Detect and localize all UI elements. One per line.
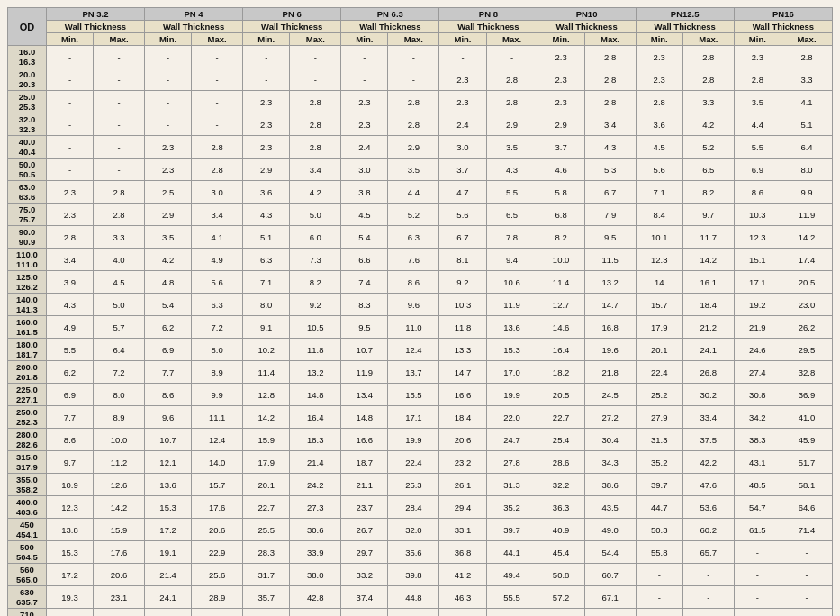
data-cell: 27.2 [584, 406, 636, 429]
data-cell: 3.7 [537, 136, 584, 159]
data-cell: 25.3 [388, 474, 439, 496]
data-cell: 2.8 [486, 91, 537, 113]
data-cell: 14.7 [439, 361, 486, 384]
data-cell: 30.2 [682, 384, 734, 406]
data-cell: 6.9 [734, 159, 781, 181]
data-cell: 38.3 [734, 429, 781, 451]
data-cell: 8.6 [46, 429, 93, 451]
data-cell: 16.8 [584, 316, 636, 339]
data-cell: 10.1 [636, 226, 682, 249]
data-cell: - [486, 46, 537, 68]
data-cell: 11.8 [290, 339, 341, 361]
data-cell: - [144, 113, 191, 136]
data-cell: 2.8 [46, 226, 93, 249]
data-cell: 21.8 [584, 361, 636, 384]
data-cell: 7.1 [243, 271, 290, 294]
data-cell: 6.3 [388, 226, 439, 249]
data-cell: 8.2 [682, 181, 734, 204]
data-cell: - [192, 46, 243, 68]
data-cell: 42.1 [341, 609, 388, 617]
data-cell: 54.7 [734, 496, 781, 519]
data-cell: 22.0 [486, 406, 537, 429]
pn16-header: PN16 [734, 8, 832, 21]
data-cell: 8.0 [243, 294, 290, 316]
data-cell: 9.9 [781, 181, 832, 204]
pn6-min-header: Min. [243, 33, 290, 46]
data-cell: - [46, 46, 93, 68]
data-cell: - [682, 564, 734, 586]
data-cell: 39.8 [388, 564, 439, 586]
data-cell: 34.2 [734, 406, 781, 429]
data-cell: 5.0 [290, 204, 341, 226]
data-cell: 34.3 [584, 451, 636, 474]
pn125-wt-header: Wall Thickness [636, 21, 734, 33]
data-cell: 51.7 [781, 451, 832, 474]
data-cell: - [734, 609, 781, 617]
pn6-max-header: Max. [290, 33, 341, 46]
data-cell: 30.6 [290, 519, 341, 541]
data-cell: 5.1 [781, 113, 832, 136]
data-cell: 10.0 [94, 429, 145, 451]
data-cell: 8.0 [192, 339, 243, 361]
data-cell: 2.3 [46, 181, 93, 204]
data-cell: 10.6 [486, 271, 537, 294]
data-cell: 25.4 [537, 429, 584, 451]
od-cell: 140.0141.3 [8, 294, 47, 316]
data-cell: 39.7 [486, 519, 537, 541]
od-cell: 250.0252.3 [8, 406, 47, 429]
data-cell: 43.1 [734, 451, 781, 474]
data-cell: 71.4 [781, 519, 832, 541]
data-cell: 16.1 [682, 271, 734, 294]
data-cell: 5.2 [682, 136, 734, 159]
data-cell: 13.8 [46, 519, 93, 541]
data-cell: 5.1 [243, 226, 290, 249]
pn6-wt-header: Wall Thickness [243, 21, 341, 33]
data-cell: - [636, 564, 682, 586]
od-cell: 125.0126.2 [8, 271, 47, 294]
data-cell: 14.8 [341, 406, 388, 429]
data-cell: 3.4 [46, 249, 93, 271]
data-cell: 20.6 [192, 519, 243, 541]
od-cell: 200.0201.8 [8, 361, 47, 384]
pn16-max-header: Max. [781, 33, 832, 46]
data-cell: 42.8 [290, 586, 341, 609]
data-cell: - [341, 68, 388, 91]
data-cell: 2.3 [341, 113, 388, 136]
data-cell: 12.3 [636, 249, 682, 271]
data-cell: 7.7 [46, 406, 93, 429]
data-cell: 3.3 [781, 68, 832, 91]
data-cell: 9.5 [341, 316, 388, 339]
pn10-wt-header: Wall Thickness [537, 21, 636, 33]
data-cell: 4.2 [144, 249, 191, 271]
data-cell: 33.4 [682, 406, 734, 429]
data-cell: 2.9 [144, 204, 191, 226]
pn125-header: PN12.5 [636, 8, 734, 21]
data-cell: 15.7 [636, 294, 682, 316]
data-cell: 23.1 [94, 586, 145, 609]
data-cell: 49.0 [584, 519, 636, 541]
data-cell: 2.8 [584, 91, 636, 113]
data-cell: - [636, 609, 682, 617]
pn6-header: PN 6 [243, 8, 341, 21]
data-cell: 4.3 [243, 204, 290, 226]
data-cell: 4.0 [94, 249, 145, 271]
data-cell: 2.3 [243, 113, 290, 136]
pn10-min-header: Min. [537, 33, 584, 46]
data-cell: 52.2 [439, 609, 486, 617]
data-cell: 60.2 [682, 519, 734, 541]
od-cell: 315.0317.9 [8, 451, 47, 474]
data-cell: 2.8 [192, 136, 243, 159]
data-cell: 15.5 [388, 384, 439, 406]
data-cell: 31.3 [636, 429, 682, 451]
data-cell: 14.2 [94, 496, 145, 519]
data-cell: 13.6 [486, 316, 537, 339]
data-cell: 43.5 [584, 496, 636, 519]
data-cell: 35.2 [636, 451, 682, 474]
data-cell: 62.1 [486, 609, 537, 617]
data-cell: 17.2 [144, 519, 191, 541]
data-cell: 10.3 [439, 294, 486, 316]
data-cell: - [46, 159, 93, 181]
data-cell: - [46, 68, 93, 91]
data-cell: 5.8 [537, 181, 584, 204]
pn32-wt-header: Wall Thickness [46, 21, 144, 33]
